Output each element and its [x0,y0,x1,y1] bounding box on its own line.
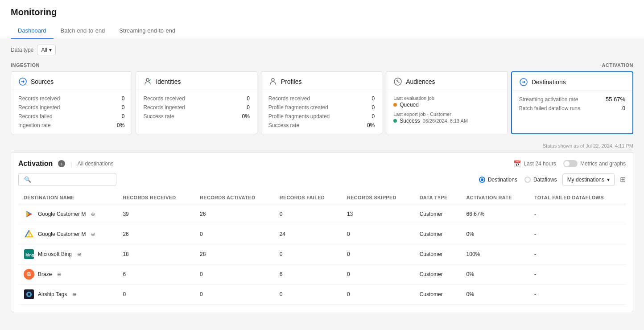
radio-group: Destinations Dataflows [479,177,557,183]
eval-row: Last evaluation job Queued [393,95,500,108]
queued-dot [393,103,397,107]
info-icon[interactable]: i [58,160,65,167]
profiles-icon [268,77,277,86]
calendar-icon: 📅 [513,160,521,167]
metrics-toggle[interactable]: Metrics and graphs [563,160,626,167]
col-records-activated: RECORDS ACTIVATED [194,191,274,204]
all-destinations-link[interactable]: All destinations [78,161,114,167]
table-header-row: DESTINATION NAME RECORDS RECEIVED RECORD… [18,191,626,204]
identities-card[interactable]: Identities Records received0 Records ing… [136,71,257,134]
search-input[interactable] [35,177,111,183]
radio-dataflows[interactable]: Dataflows [524,177,557,183]
col-total-failed: TOTAL FAILED DATAFLOWS [529,191,626,204]
svg-text:ing: ing [28,253,34,257]
dest-name-cell: Google Customer M ⊕ [18,204,117,224]
col-records-received: RECORDS RECEIVED [117,191,194,204]
dest-name-cell: b ing Microsoft Bing ⊕ [18,244,117,264]
table-head: DESTINATION NAME RECORDS RECEIVED RECORD… [18,191,626,204]
sources-icon [18,77,27,86]
separator: | [70,161,72,167]
success-time: 06/26/2024, 8:13 AM [423,118,468,124]
search-box[interactable]: 🔍 [18,173,116,186]
header: Monitoring Dashboard Batch end-to-end St… [0,0,644,39]
tabs: Dashboard Batch end-to-end Streaming end… [11,23,633,39]
filter-icon[interactable]: ⊕ [72,292,76,297]
table-row[interactable]: B Braze ⊕ 6 0 6 0 Customer 0% - [18,264,626,285]
audiences-body: Last evaluation job Queued Last export j… [386,90,507,133]
identities-card-header: Identities [136,72,256,90]
profiles-body: Records received0 Profile fragments crea… [261,90,382,134]
radio-destinations[interactable]: Destinations [479,177,517,183]
destinations-dropdown[interactable]: My destinations ▾ [562,173,615,186]
destinations-body: Streaming activation rate 55.67% Batch f… [512,91,632,117]
identities-body: Records received0 Records ingested0 Succ… [136,90,256,125]
sources-title: Sources [31,78,54,85]
filter-icon[interactable]: ⊕ [77,252,81,257]
dest-name-cell: B Braze ⊕ [18,264,117,285]
data-type-label: Data type [11,47,33,53]
export-row: Last export job - Customer Success 06/26… [393,111,500,124]
batch-label: Batch failed dataflow runs [519,105,580,111]
chevron-down-icon: ▾ [49,47,52,53]
tab-batch[interactable]: Batch end-to-end [54,23,112,39]
table-row[interactable]: Google Customer M ⊕ 26 0 24 0 Customer 0… [18,224,626,244]
radio-destinations-dot [479,177,485,183]
success-dot [393,119,397,123]
export-label: Last export job - Customer [393,111,500,117]
toggle-circle[interactable] [563,160,578,167]
audiences-card[interactable]: Audiences Last evaluation job Queued Las… [386,71,507,134]
tab-streaming[interactable]: Streaming end-to-end [112,23,182,39]
activation-section: Activation i | All destinations 📅 Last 2… [11,152,633,312]
toggle-knob [564,161,570,166]
audiences-icon [393,77,402,86]
col-destination-name: DESTINATION NAME [18,191,117,204]
airship-icon [24,289,34,300]
profiles-card[interactable]: Profiles Records received0 Profile fragm… [261,71,382,134]
data-type-select[interactable]: All ▾ [37,45,55,55]
audiences-card-header: Audiences [386,72,507,90]
filter-right: Destinations Dataflows My destinations ▾… [479,173,626,186]
time-filter[interactable]: 📅 Last 24 hours [513,160,556,167]
data-type-bar: Data type All ▾ [0,39,644,61]
filter-icon[interactable]: ⊕ [91,211,95,217]
filter-row: 🔍 Destinations Dataflows My destinations [18,173,626,186]
radio-dataflows-dot [524,177,531,183]
filter-icon[interactable]: ⊕ [91,231,95,237]
table-row[interactable]: Airship Tags ⊕ 0 0 0 0 Customer 0% - [18,285,626,305]
braze-icon: B [24,269,34,280]
ingestion-label: INGESTION [11,61,40,68]
col-records-skipped: RECORDS SKIPPED [342,191,414,204]
page-title: Monitoring [11,7,633,23]
data-type-value: All [41,47,47,53]
activation-header: Activation i | All destinations 📅 Last 2… [18,160,626,168]
table-body: Google Customer M ⊕ 39 26 0 13 Customer … [18,204,626,305]
metrics-label: Metrics and graphs [580,161,626,167]
svg-point-8 [29,235,29,236]
chevron-down-icon: ▾ [607,177,610,183]
activation-label: ACTIVATION [602,61,633,68]
radio-destinations-label: Destinations [488,177,517,183]
table-row[interactable]: Google Customer M ⊕ 39 26 0 13 Customer … [18,204,626,224]
destinations-card[interactable]: Destinations Streaming activation rate 5… [511,71,633,134]
sources-body: Records received0 Records ingested0 Reco… [11,90,132,134]
col-records-failed: RECORDS FAILED [274,191,342,204]
streaming-value: 55.67% [606,96,625,103]
activation-left: Activation i | All destinations [18,160,113,168]
table-row[interactable]: b ing Microsoft Bing ⊕ 18 28 0 0 Custome… [18,244,626,264]
filter-icon[interactable]: ⊕ [57,272,61,277]
google-play-icon [24,209,34,219]
cards-grid: Sources Records received0 Records ingest… [11,71,633,134]
col-activation-rate: ACTIVATION RATE [461,191,529,204]
destinations-table: DESTINATION NAME RECORDS RECEIVED RECORD… [18,191,626,305]
dropdown-label: My destinations [567,177,604,183]
profiles-title: Profiles [281,78,302,85]
sources-card[interactable]: Sources Records received0 Records ingest… [11,71,132,134]
time-filter-label: Last 24 hours [524,161,556,167]
grid-view-icon[interactable]: ⊞ [620,175,626,184]
tab-dashboard[interactable]: Dashboard [11,23,54,39]
batch-value: 0 [622,105,625,111]
dest-name-cell: Google Customer M ⊕ [18,224,117,244]
search-icon: 🔍 [24,176,31,183]
cards-section: INGESTION ACTIVATION Sources Records rec… [0,61,644,141]
sources-card-header: Sources [11,72,132,90]
